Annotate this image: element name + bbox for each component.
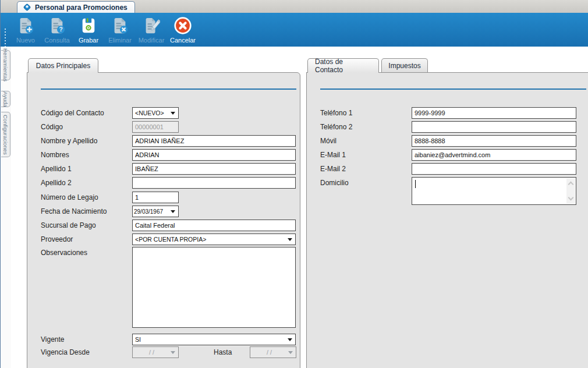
consulta-button[interactable]: ? Consulta (41, 13, 73, 47)
modificar-button[interactable]: Modificar (136, 13, 167, 47)
domicilio-scrollbar[interactable] (566, 178, 575, 204)
document-question-icon: ? (48, 15, 66, 36)
toolbar: Nuevo ? Consulta Grabar (1, 13, 588, 47)
codigo-del-contacto-select[interactable]: <NUEVO> (132, 107, 179, 119)
tab-impuestos[interactable]: Impuestos (381, 58, 428, 72)
datos-de-contacto-body: Teléfono 1 Teléfono 2 Móvil E-Mail 1 E-M… (306, 72, 588, 368)
consulta-label: Consulta (44, 37, 69, 44)
email-2-label: E-Mail 2 (320, 165, 346, 173)
svg-text:?: ? (59, 26, 62, 33)
chevron-down-icon (171, 210, 175, 213)
sidebar-tab-ayuda[interactable]: Ayuda (1, 91, 10, 107)
sucursal-de-pago-label: Sucursal de Pago (41, 221, 96, 229)
text-cursor (415, 180, 416, 188)
chevron-down-icon (171, 351, 175, 354)
proveedor-select[interactable]: <POR CUENTA PROPIA> (132, 233, 296, 245)
sucursal-de-pago-field[interactable] (132, 220, 296, 231)
telefono-1-label: Teléfono 1 (320, 109, 352, 117)
movil-label: Móvil (320, 137, 336, 145)
email-2-field[interactable] (412, 163, 576, 175)
nombres-label: Nombres (41, 151, 69, 159)
datos-principales-body: Código del Contacto <NUEVO> Código Nombr… (27, 72, 300, 368)
vigente-label: Vigente (41, 335, 64, 344)
document-edit-icon (143, 15, 160, 36)
chevron-down-icon (288, 351, 293, 354)
titlebar: Personal para Promociones (1, 0, 588, 13)
telefono-2-label: Teléfono 2 (320, 123, 352, 131)
movil-field[interactable] (412, 135, 576, 147)
window-tab-title: Personal para Promociones (35, 3, 127, 12)
apellido-2-label: Apellido 2 (41, 179, 72, 187)
vigente-select[interactable]: SI (132, 334, 296, 345)
chevron-down-icon (288, 238, 292, 241)
chevron-down-icon (171, 112, 175, 115)
apellido-1-field[interactable] (132, 163, 296, 175)
telefono-1-field[interactable] (412, 107, 576, 119)
document-add-icon (17, 15, 34, 36)
domicilio-label: Domicilio (320, 179, 349, 187)
app-gem-icon (23, 3, 31, 12)
eliminar-button[interactable]: Eliminar (104, 13, 136, 47)
email-1-field[interactable] (412, 149, 576, 161)
fecha-de-nacimiento-label: Fecha de Nacimiento (41, 207, 107, 215)
cancelar-label: Cancelar (170, 37, 196, 44)
grabar-label: Grabar (79, 37, 98, 44)
numero-de-legajo-field[interactable] (132, 192, 179, 203)
codigo-label: Código (41, 123, 63, 131)
section-rule (320, 89, 586, 90)
nombre-y-apellido-field[interactable] (132, 135, 296, 147)
vigencia-desde-label: Vigencia Desde (41, 348, 90, 356)
hasta-picker: / / (250, 346, 296, 358)
sidebar: Herramientas Ayuda Configuraciones (1, 47, 11, 368)
sidebar-tab-configuraciones[interactable]: Configuraciones (1, 112, 10, 157)
hasta-label: Hasta (214, 348, 232, 356)
nuevo-button[interactable]: Nuevo (10, 13, 41, 47)
apellido-2-field[interactable] (132, 177, 296, 189)
domicilio-textarea[interactable] (412, 177, 576, 205)
vigencia-desde-picker: / / (132, 346, 179, 358)
modificar-label: Modificar (139, 37, 165, 44)
cancel-icon (173, 15, 193, 36)
chevron-down-icon (288, 338, 292, 341)
scroll-down-icon[interactable] (568, 195, 574, 201)
nombre-y-apellido-label: Nombre y Apellido (41, 137, 97, 145)
tab-datos-de-contacto[interactable]: Datos de Contacto (307, 58, 379, 73)
eliminar-label: Eliminar (108, 37, 132, 44)
observaciones-label: Observaciones (41, 249, 87, 257)
apellido-1-label: Apellido 1 (41, 165, 72, 173)
codigo-field (132, 121, 179, 133)
codigo-del-contacto-label: Código del Contacto (41, 109, 104, 117)
telefono-2-field[interactable] (412, 121, 576, 133)
save-icon (80, 15, 97, 36)
numero-de-legajo-label: Número de Legajo (41, 193, 98, 201)
email-1-label: E-Mail 1 (320, 151, 346, 159)
observaciones-textarea[interactable] (132, 247, 296, 328)
tab-datos-principales[interactable]: Datos Principales (28, 58, 98, 73)
document-delete-icon (111, 15, 129, 36)
nombres-field[interactable] (132, 149, 296, 161)
grabar-button[interactable]: Grabar (73, 13, 104, 47)
window-tab[interactable]: Personal para Promociones (17, 1, 135, 13)
scroll-up-icon[interactable] (568, 182, 574, 187)
section-rule (41, 89, 296, 90)
cancelar-button[interactable]: Cancelar (167, 13, 199, 47)
proveedor-label: Proveedor (41, 235, 73, 243)
sidebar-tab-herramientas[interactable]: Herramientas (1, 50, 10, 80)
fecha-de-nacimiento-picker[interactable]: 29/03/1967 (132, 206, 179, 217)
nuevo-label: Nuevo (16, 37, 35, 44)
